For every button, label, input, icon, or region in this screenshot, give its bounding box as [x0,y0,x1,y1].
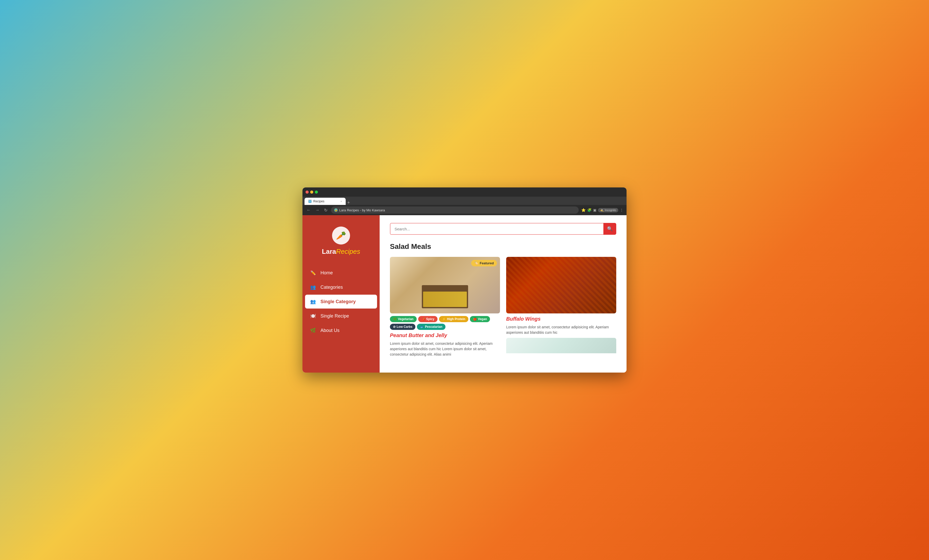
recipe-desc-pb: Lorem ipsum dolor sit amet, consectetur … [390,341,500,357]
low-carbs-icon: ⊘ [393,325,396,329]
single-recipe-icon: 🍽️ [310,313,316,319]
sidebar-toggle[interactable]: ▣ [593,208,596,212]
recipe-image-wrap-buffalo [506,257,616,314]
high-protein-icon: ⚡ [442,317,446,321]
logo-area: 🥕 LaraRecipes [302,221,380,263]
vegetarian-icon: 🌿 [393,317,397,321]
address-text: Lara Recipes - by Mo Kawsara [339,208,385,212]
dot-green[interactable] [315,191,318,194]
sidebar-item-label: Home [320,270,333,275]
sidebar-item-label: Single Recipe [320,314,349,319]
tag-label: Vegan [478,317,487,321]
featured-icon: 🏷️ [474,261,478,265]
extensions-button[interactable]: ⭐ [581,208,586,212]
pescatarian-icon: 🐟 [420,325,424,329]
incognito-icon: 🕵️ [600,208,604,212]
logo-recipes: Recipes [336,248,360,256]
tag-vegan[interactable]: 🍎 Vegan [470,316,490,322]
recipe-image-wrap-pb: 🏷️ Featured [390,257,500,314]
reload-button[interactable]: ↻ [323,207,328,213]
tab-bar: 🌐 Recipes × + [302,197,627,205]
sidebar-item-about-us[interactable]: 🌿 About Us [302,323,380,337]
secure-icon: 🔒 [334,208,338,212]
recipe-card-pb: 🏷️ Featured 🌿 Vegetarian 🌶️ Spicy [390,257,500,357]
sidebar-item-home[interactable]: ✏️ Home [302,266,380,280]
sidebar-item-categories[interactable]: 👥 Categories [302,280,380,294]
spicy-icon: 🌶️ [421,317,425,321]
tag-spicy[interactable]: 🌶️ Spicy [418,316,437,322]
search-icon: 🔍 [607,226,613,232]
address-box[interactable]: 🔒 Lara Recipes - by Mo Kawsara [331,207,579,214]
featured-badge: 🏷️ Featured [471,260,497,266]
search-button[interactable]: 🔍 [603,223,616,235]
tag-vegetarian[interactable]: 🌿 Vegetarian [390,316,417,322]
main-content: 🔍 Salad Meals 🏷️ Featured [380,215,627,373]
sidebar: 🥕 LaraRecipes ✏️ Home 👥 Categories 👥 Sin [302,215,380,373]
incognito-badge: 🕵️ Incognito [598,208,618,213]
browser-window: 🌐 Recipes × + ← → ↻ 🔒 Lara Recipes - by … [302,187,627,373]
tab-close-button[interactable]: × [340,200,342,203]
tab-title: Recipes [313,199,324,203]
recipe-image-third-stub [506,338,616,353]
recipe-desc-buffalo: Lorem ipsum dolor sit amet, consectetur … [506,324,616,335]
tab-favicon: 🌐 [308,199,312,203]
tag-label: Low Carbs [397,325,412,329]
logo-text: LaraRecipes [322,248,360,256]
carrot-icon: 🥕 [336,231,346,240]
forward-button[interactable]: → [314,207,320,213]
featured-label: Featured [480,261,494,265]
tag-label: Vegetarian [398,317,414,321]
tag-label: Spicy [426,317,434,321]
about-icon: 🌿 [310,327,316,333]
sidebar-item-label: Single Category [320,299,356,304]
puzzle-button[interactable]: 🧩 [587,208,592,212]
tag-label: High Protein [447,317,465,321]
sidebar-item-label: About Us [320,328,339,333]
single-category-icon: 👥 [310,299,316,304]
recipe-card-buffalo: Buffalo Wings Lorem ipsum dolor sit amet… [506,257,616,357]
recipe-image-buffalo [506,257,616,314]
app-body: 🥕 LaraRecipes ✏️ Home 👥 Categories 👥 Sin [302,215,627,373]
new-tab-button[interactable]: + [347,200,350,205]
categories-icon: 👥 [310,285,316,290]
recipe-title-buffalo[interactable]: Buffalo Wings [506,316,616,322]
home-icon: ✏️ [310,270,316,275]
nav-items: ✏️ Home 👥 Categories 👥 Single Category 🍽… [302,263,380,340]
search-input[interactable] [390,223,603,235]
sidebar-item-label: Categories [320,285,343,290]
browser-titlebar [302,187,627,197]
recipe-title-pb[interactable]: Peanut Butter and Jelly [390,332,500,338]
browser-extensions: ⭐ 🧩 ▣ 🕵️ Incognito ⋮ [581,208,624,213]
search-row: 🔍 [390,223,616,235]
browser-tab-active[interactable]: 🌐 Recipes × [305,198,346,205]
logo-lara: Lara [322,248,336,256]
incognito-label: Incognito [605,208,616,212]
back-button[interactable]: ← [305,207,312,213]
tag-label: Pescatarian [425,325,442,329]
menu-button[interactable]: ⋮ [620,208,624,212]
recipes-grid: 🏷️ Featured 🌿 Vegetarian 🌶️ Spicy [390,257,616,357]
tag-high-protein[interactable]: ⚡ High Protein [439,316,468,322]
tag-pescatarian[interactable]: 🐟 Pescatarian [417,324,445,330]
address-bar: ← → ↻ 🔒 Lara Recipes - by Mo Kawsara ⭐ 🧩… [302,205,627,215]
tags-row-pb: 🌿 Vegetarian 🌶️ Spicy ⚡ High Protein [390,316,500,330]
page-title: Salad Meals [390,242,616,251]
vegan-icon: 🍎 [473,317,477,321]
dot-yellow[interactable] [310,191,313,194]
browser-dots [305,191,318,194]
logo-icon: 🥕 [332,226,350,245]
sidebar-item-single-recipe[interactable]: 🍽️ Single Recipe [302,309,380,323]
sidebar-item-single-category[interactable]: 👥 Single Category [305,295,377,309]
dot-red[interactable] [305,191,309,194]
tag-low-carbs[interactable]: ⊘ Low Carbs [390,324,415,330]
